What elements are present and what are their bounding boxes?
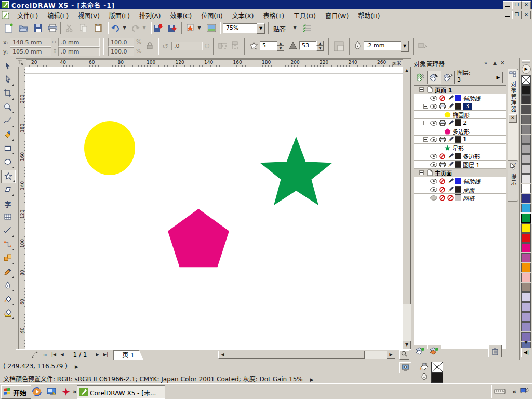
fill-color-swatch[interactable] [431,362,443,373]
vertical-scrollbar[interactable]: ▲ ▼ [403,66,411,349]
vertical-scroll-thumb[interactable] [403,75,411,304]
outline-color-swatch[interactable] [431,373,443,383]
object-height-field[interactable]: .0 mm [58,47,100,56]
page-icon[interactable] [425,86,434,93]
scroll-right-icon[interactable]: ▶ [387,351,395,359]
tab-hints[interactable]: ? 提示 [508,160,518,202]
pentagon-shape[interactable] [168,209,229,267]
visibility-eye-icon[interactable] [430,162,438,167]
color-swatch[interactable] [521,204,531,213]
edit-pencil-icon[interactable] [446,153,455,159]
visibility-eye-icon[interactable] [430,187,438,192]
layer-flyout-icon[interactable]: ▶ [494,72,503,83]
scroll-left-icon[interactable]: ◀ [218,351,227,359]
layer-color-swatch[interactable] [455,178,461,184]
sharpness-field[interactable]: 53 [299,41,318,50]
media-player-icon[interactable] [31,387,43,397]
table-tool[interactable] [1,211,15,223]
edit-pencil-icon[interactable] [446,95,455,101]
sharpness-spinner[interactable]: ▲▼ [316,41,324,51]
color-swatch[interactable] [521,322,531,331]
blend-tool[interactable] [1,252,15,265]
color-swatch[interactable] [521,184,531,193]
layer-color-swatch[interactable] [455,186,461,193]
tree-layer-row[interactable]: 2 [414,119,506,127]
visibility-eye-icon[interactable] [430,154,438,159]
rectangle-tool[interactable] [1,142,15,155]
new-icon[interactable] [3,22,15,34]
tree-layer-row[interactable]: 多边形 [414,152,506,161]
redo-icon[interactable] [129,22,141,34]
color-swatch[interactable] [521,214,531,223]
palette-grip[interactable] [522,60,530,63]
scroll-up-icon[interactable]: ▲ [403,66,411,75]
text-wrap-icon[interactable] [334,41,344,53]
menu-item-3[interactable]: 版面(L) [104,9,135,21]
scroll-down-icon[interactable]: ▼ [403,341,411,350]
visibility-eye-icon[interactable] [430,104,438,109]
star-shape[interactable] [260,137,332,205]
color-swatch[interactable] [521,312,531,322]
layer-color-swatch[interactable] [455,119,461,126]
tree-object-row[interactable]: 星形 [414,144,506,152]
color-swatch[interactable] [521,302,531,312]
tree-layer-row[interactable]: 3 [414,102,506,111]
text-tool[interactable]: 字 [1,197,15,210]
save-icon[interactable] [32,22,44,34]
expand-icon[interactable] [421,104,430,109]
doc-restore-button[interactable]: ❐ [512,11,522,19]
tree-page-row[interactable]: 主页面 [414,169,506,177]
outline-width-arrow-icon[interactable]: ▼ [401,41,409,52]
layer-color-swatch[interactable] [455,194,461,201]
undo-icon[interactable] [110,22,121,34]
color-swatch[interactable] [521,95,531,104]
tree-layer-row[interactable]: 辅助线 [414,94,506,102]
scale-y-field[interactable]: 100.0 [108,47,134,56]
star-points-field[interactable]: 5 [260,41,278,50]
corel-quicklaunch-icon[interactable] [60,387,72,397]
color-swatch[interactable] [521,105,531,114]
ellipse-tool[interactable] [1,156,15,169]
outline-indicator-icon[interactable] [421,372,428,382]
menu-item-6[interactable]: 位图(B) [196,9,228,21]
quicklaunch-overflow-icon[interactable]: » [73,388,77,395]
color-swatch[interactable] [521,273,531,282]
visibility-eye-icon[interactable] [430,195,438,201]
outline-pen-tool[interactable] [1,280,15,292]
print-disabled-icon[interactable] [438,195,446,201]
palette-flyout-icon[interactable]: ▶ [522,64,531,74]
new-layer-button[interactable] [414,345,427,357]
menu-item-11[interactable]: 帮助(H) [353,9,384,21]
doc-minimize-button[interactable] [503,11,512,19]
keyboard-tray-icon[interactable] [494,388,506,396]
import-icon[interactable] [153,22,164,34]
color-swatch[interactable] [521,164,531,174]
edit-across-layers-button[interactable] [427,71,441,84]
docker-close-icon[interactable]: ✕ [500,60,505,66]
menu-item-2[interactable]: 视图(V) [73,9,104,21]
menu-item-1[interactable]: 编辑(E) [43,9,73,21]
close-button[interactable]: ✕ [522,1,531,9]
tree-layer-row[interactable]: 图层 1 [414,161,506,169]
visibility-eye-icon[interactable] [430,96,438,101]
last-page-icon[interactable]: ▶| [102,351,110,359]
tree-layer-row[interactable]: 桌面 [414,185,506,194]
fill-indicator-icon[interactable] [419,362,429,372]
tree-layer-row[interactable]: 网格 [414,194,506,202]
edit-pencil-icon[interactable] [446,162,455,168]
visibility-eye-icon[interactable] [430,121,438,126]
freehand-tool[interactable] [1,115,15,128]
ellipse-shape[interactable] [84,121,135,175]
object-pentagon-icon[interactable] [443,128,451,135]
mirror-vertical-icon[interactable] [231,41,240,51]
snap-dropdown-icon[interactable]: ▼ [292,22,298,34]
cut-icon[interactable] [63,22,75,34]
horizontal-scrollbar[interactable]: ◀ ▶ [218,351,395,359]
rotation-field[interactable]: .0 [171,42,203,50]
print-enabled-icon[interactable] [438,137,446,142]
menu-item-4[interactable]: 排列(A) [135,9,166,21]
ruler-origin-icon[interactable] [16,59,25,66]
task-button-coreldraw[interactable]: CorelDRAW X5 - [未... [77,385,165,399]
print-disabled-icon[interactable] [438,178,446,184]
fill-tool[interactable] [1,294,15,306]
